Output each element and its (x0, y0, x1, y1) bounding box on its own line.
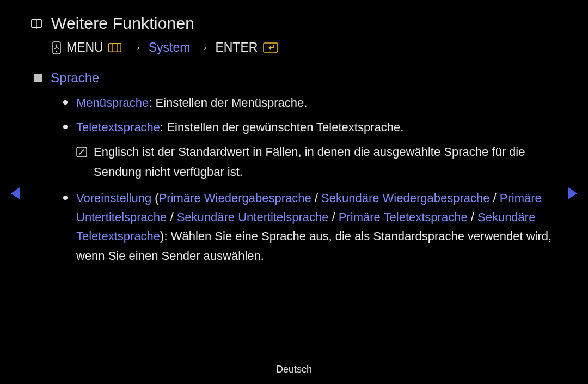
item-desc: : Einstellen der gewünschten Teletextspr… (160, 120, 403, 134)
preset-option: Primäre Wiedergabesprache (159, 191, 311, 205)
preset-option: Primäre Teletextsprache (339, 210, 468, 224)
book-icon (30, 18, 42, 30)
breadcrumb-system: System (149, 40, 191, 55)
nav-next-button[interactable] (568, 187, 577, 199)
list-item: Menüsprache: Einstellen der Menüsprache. (63, 93, 558, 112)
preset-option: Sekundäre Wiedergabesprache (321, 191, 489, 205)
bullet-icon (63, 100, 68, 105)
list-item: Teletextsprache: Einstellen der gewünsch… (63, 118, 558, 137)
page-title: Weitere Funktionen (51, 14, 194, 33)
square-bullet-icon (34, 74, 42, 82)
bullet-icon (63, 125, 68, 129)
list-item: Voreinstellung (Primäre Wiedergabesprach… (63, 188, 558, 265)
section-title: Sprache (51, 70, 99, 86)
bullet-icon (63, 196, 68, 200)
svg-point-2 (56, 50, 57, 51)
arrow-icon: → (197, 41, 209, 55)
enter-icon (263, 42, 278, 53)
preset-sep: / (167, 210, 176, 224)
preset-sep: / (468, 210, 477, 224)
item-term: Menüsprache (76, 96, 149, 109)
svg-rect-3 (109, 44, 121, 52)
note-text: Englisch ist der Standardwert in Fällen,… (94, 142, 558, 182)
preset-term: Voreinstellung (76, 191, 151, 205)
preset-open: ( (151, 191, 158, 205)
preset-sep: / (328, 210, 338, 224)
breadcrumb: MENU → System → ENTER (51, 40, 558, 55)
item-term: Teletextsprache (76, 120, 160, 134)
preset-option: Sekundäre Untertitelsprache (177, 210, 329, 224)
preset-sep: / (489, 191, 499, 205)
nav-prev-button[interactable] (11, 187, 20, 199)
remote-icon (51, 41, 62, 54)
menu-grid-icon (108, 43, 121, 52)
footer-language: Deutsch (0, 364, 588, 375)
breadcrumb-menu: MENU (66, 40, 103, 55)
preset-sep: / (311, 191, 321, 205)
breadcrumb-enter: ENTER (215, 40, 258, 55)
preset-close: ): (160, 229, 171, 243)
note: Englisch ist der Standardwert in Fällen,… (76, 142, 558, 182)
arrow-icon: → (130, 41, 142, 55)
item-desc: : Einstellen der Menüsprache. (149, 96, 307, 109)
note-icon (76, 147, 87, 157)
